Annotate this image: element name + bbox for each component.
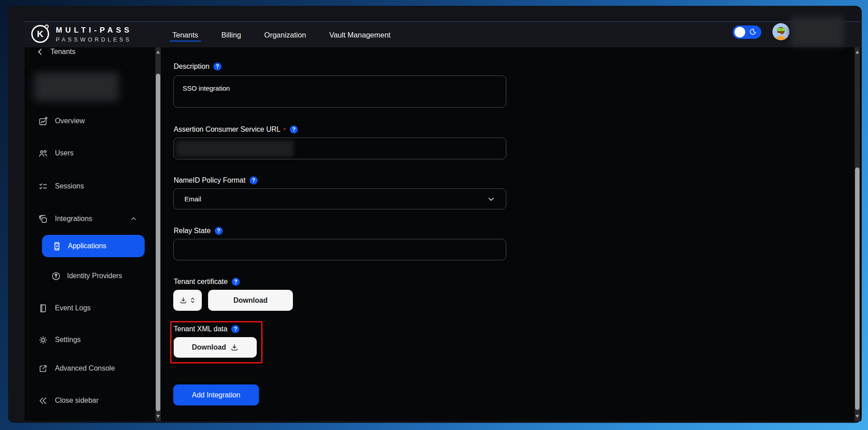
sidebar-back-label: Tenants bbox=[50, 48, 75, 56]
chevron-left-icon bbox=[36, 48, 44, 56]
nameid-format-label: NameID Policy Format ? bbox=[174, 176, 258, 185]
tenant-certificate-help-icon[interactable]: ? bbox=[232, 278, 240, 286]
sidebar-item-integrations[interactable]: Integrations bbox=[25, 208, 139, 230]
required-asterisk: * bbox=[283, 126, 286, 134]
gear-icon bbox=[38, 335, 48, 345]
identity-icon bbox=[51, 271, 61, 281]
sidebar-item-label: Integrations bbox=[55, 215, 92, 223]
description-label-text: Description bbox=[174, 63, 209, 71]
sidebar-item-advanced-console[interactable]: Advanced Console bbox=[25, 358, 139, 379]
brand-text: MULTI-PASS PASSWORDLESS bbox=[56, 26, 132, 43]
checklist-icon bbox=[38, 182, 48, 191]
tenant-xml-label: Tenant XML data ? bbox=[174, 325, 239, 334]
tenant-xml-label-text: Tenant XML data bbox=[174, 325, 227, 333]
moon-icon bbox=[748, 28, 757, 37]
acs-url-help-icon[interactable]: ? bbox=[290, 125, 298, 134]
nav-tab-billing[interactable]: Billing bbox=[221, 22, 241, 48]
sidebar-scrollbar bbox=[155, 47, 161, 421]
tenant-certificate-label-text: Tenant certificate bbox=[174, 278, 228, 286]
sidebar-close-label: Close sidebar bbox=[55, 397, 99, 405]
acs-url-label: Assertion Consumer Service URL * ? bbox=[174, 125, 298, 134]
sidebar-item-sessions[interactable]: Sessions bbox=[25, 175, 139, 197]
nameid-format-help-icon[interactable]: ? bbox=[250, 176, 258, 184]
main-scrollbar-thumb[interactable] bbox=[855, 167, 860, 410]
nav-tab-tenants[interactable]: Tenants bbox=[172, 22, 198, 48]
xml-download-button[interactable]: Download bbox=[174, 337, 257, 358]
redacted-tenant-name bbox=[34, 72, 119, 101]
tenant-certificate-label: Tenant certificate ? bbox=[174, 277, 240, 286]
acs-url-input[interactable] bbox=[173, 138, 506, 159]
up-down-chevrons-icon bbox=[190, 297, 196, 304]
relay-state-help-icon[interactable]: ? bbox=[215, 227, 223, 235]
page-background: K MULTI-PASS PASSWORDLESS Tenants Billin… bbox=[0, 0, 868, 430]
sidebar-item-users[interactable]: Users bbox=[25, 142, 139, 164]
chevron-up-icon bbox=[130, 215, 137, 222]
sidebar-item-identity-providers[interactable]: Identity Providers bbox=[25, 265, 139, 287]
app-window: K MULTI-PASS PASSWORDLESS Tenants Billin… bbox=[8, 6, 862, 423]
certificate-download-button[interactable]: Download bbox=[208, 290, 293, 311]
certificate-format-select-button[interactable] bbox=[173, 290, 202, 311]
users-icon bbox=[38, 149, 48, 158]
sidebar-item-label: Sessions bbox=[55, 182, 84, 190]
redacted-acs-url-value bbox=[176, 140, 294, 157]
redacted-username bbox=[791, 17, 843, 46]
description-label: Description ? bbox=[174, 62, 221, 71]
nav-tab-vault-management[interactable]: Vault Management bbox=[329, 22, 390, 48]
sidebar-item-label: Settings bbox=[55, 336, 81, 344]
description-help-icon[interactable]: ? bbox=[213, 63, 221, 71]
brand-logo-letter: K bbox=[37, 29, 43, 39]
brand-logo-icon: K bbox=[31, 25, 49, 43]
download-icon bbox=[179, 296, 187, 304]
brand-subtitle: PASSWORDLESS bbox=[56, 37, 132, 43]
book-icon bbox=[38, 304, 48, 313]
theme-toggle[interactable] bbox=[733, 25, 761, 39]
brand-logo-degree-icon bbox=[45, 25, 49, 29]
relay-state-label-text: Relay State bbox=[174, 227, 211, 235]
sidebar-item-label: Users bbox=[55, 149, 74, 157]
certificate-download-label: Download bbox=[234, 296, 267, 305]
tenant-xml-help-icon[interactable]: ? bbox=[231, 325, 239, 333]
mobile-check-icon bbox=[52, 242, 62, 251]
sidebar-item-label: Identity Providers bbox=[67, 272, 122, 280]
sidebar-item-label: Overview bbox=[55, 117, 85, 125]
nav-tab-organization[interactable]: Organization bbox=[264, 22, 306, 48]
sidebar-item-label: Applications bbox=[68, 242, 106, 250]
xml-download-label: Download bbox=[192, 343, 226, 351]
nameid-format-selected-value: Email bbox=[184, 195, 201, 203]
description-textarea[interactable]: SSO integration bbox=[173, 75, 506, 108]
top-nav: Tenants Billing Organization Vault Manag… bbox=[172, 22, 391, 48]
stack-icon bbox=[38, 214, 48, 224]
sidebar-item-event-logs[interactable]: Event Logs bbox=[25, 297, 139, 319]
nameid-format-label-text: NameID Policy Format bbox=[174, 176, 246, 184]
sidebar-item-settings[interactable]: Settings bbox=[25, 329, 139, 351]
sidebar-back-button[interactable]: Tenants bbox=[36, 48, 75, 56]
user-avatar[interactable] bbox=[772, 23, 789, 40]
avatar-illustration bbox=[772, 23, 789, 40]
sidebar-item-overview[interactable]: Overview bbox=[25, 110, 139, 132]
sidebar-close-button[interactable]: Close sidebar bbox=[25, 390, 139, 411]
relay-state-input[interactable] bbox=[173, 239, 506, 260]
nameid-format-select[interactable]: Email bbox=[173, 188, 506, 209]
double-chevron-left-icon bbox=[38, 396, 48, 405]
main-scrollbar bbox=[855, 47, 860, 421]
acs-url-label-text: Assertion Consumer Service URL bbox=[174, 125, 280, 134]
content-area: Tenants Overview Users bbox=[25, 47, 861, 421]
main-scrollbar-up-arrow[interactable] bbox=[855, 50, 859, 54]
download-icon bbox=[230, 343, 238, 351]
sidebar-item-label: Event Logs bbox=[55, 304, 91, 312]
external-link-icon bbox=[38, 364, 48, 373]
add-integration-button[interactable]: Add Integration bbox=[173, 384, 259, 405]
sidebar-scrollbar-up-arrow[interactable] bbox=[156, 50, 160, 54]
sidebar-scrollbar-down-arrow[interactable] bbox=[156, 415, 160, 418]
sidebar-item-label: Advanced Console bbox=[55, 364, 115, 372]
brand-title: MULTI-PASS bbox=[56, 26, 132, 35]
sidebar-scrollbar-thumb[interactable] bbox=[156, 74, 160, 411]
theme-toggle-knob bbox=[734, 27, 745, 38]
chart-icon bbox=[38, 117, 48, 126]
chevron-down-icon bbox=[487, 195, 495, 203]
sidebar-item-applications[interactable]: Applications bbox=[42, 235, 145, 257]
relay-state-label: Relay State ? bbox=[174, 226, 223, 235]
app-header: K MULTI-PASS PASSWORDLESS Tenants Billin… bbox=[25, 21, 861, 47]
main-scrollbar-down-arrow[interactable] bbox=[855, 415, 859, 418]
